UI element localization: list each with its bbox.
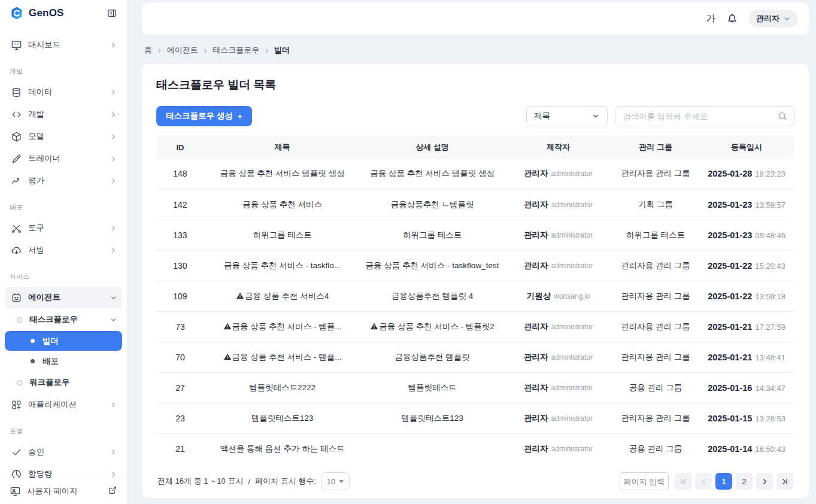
search-icon[interactable] [777, 111, 788, 122]
first-page-button[interactable] [675, 473, 691, 490]
title-text: 금융 상품 추천 서비스4 [245, 292, 329, 300]
sidebar-item-deploy[interactable]: 배포 [5, 351, 122, 371]
registered-time: 14:34:47 [755, 384, 785, 393]
create-button-label: 태스크플로우 생성 [166, 111, 233, 122]
sidebar-item-trainer[interactable]: 트레이너 [5, 148, 122, 169]
table-row[interactable]: 27템플릿테스트2222템플릿테스트관리자administrator공용 관리 … [156, 372, 794, 403]
chevron-right-icon [109, 470, 117, 478]
sidebar-item-quota[interactable]: 할당량 [5, 463, 122, 478]
table-row[interactable]: 142금융 상품 추천 서비스금융상품추천 ㄴ템플릿관리자administrat… [156, 189, 794, 220]
title-text: 금융 상품 추천 서비스 [242, 200, 322, 209]
sidebar-item-agent[interactable]: 에이전트 [5, 287, 122, 308]
table-row[interactable]: 148금융 상품 추천 서비스 템플릿 생성금융 상품 추천 서비스 템플릿 생… [156, 159, 794, 189]
creator-name: 관리자 [524, 169, 548, 178]
sidebar-group-label: 개발 [0, 56, 127, 81]
title-text: 금융 상품 추천 서비스 - 템플... [232, 322, 342, 331]
breadcrumb-item[interactable]: 에이전트 [167, 45, 198, 56]
warning-icon [223, 353, 232, 361]
registered-date: 2025-01-22 [708, 261, 752, 271]
bullet-dot-icon [31, 339, 35, 343]
breadcrumb-item[interactable]: 빌더 [274, 45, 290, 56]
cell-description: 금융 상품 추천 서비스 - taskflow_test [360, 250, 504, 281]
table-row[interactable]: 73금융 상품 추천 서비스 - 템플...금융 상품 추천 서비스 - 템플릿… [156, 311, 794, 342]
sidebar-item-label: 애플리케이션 [28, 399, 109, 410]
chevron-right-icon [109, 224, 117, 232]
table-row[interactable]: 109금융 상품 추천 서비스4금융상품추천 템플릿 4기원상wonsang.k… [156, 281, 794, 311]
description-text: 금융상품추천 템플릿 4 [392, 292, 474, 300]
creator-name: 관리자 [524, 322, 548, 331]
sidebar-item-approval[interactable]: 승인 [5, 441, 122, 463]
creator-name: 관리자 [524, 200, 548, 209]
registered-date: 2025-01-28 [708, 169, 752, 178]
sidebar-item-model[interactable]: 모델 [5, 126, 122, 147]
page-number-button[interactable]: 2 [736, 473, 753, 490]
creator-id: administrator [551, 262, 593, 270]
table-header-row: ID제목상세 설명제작자관리 그룹등록일시 [156, 136, 794, 159]
chart-icon [11, 175, 22, 187]
search-input[interactable] [623, 112, 777, 121]
breadcrumb-item[interactable]: 태스크플로우 [213, 45, 259, 56]
bullet-dot-icon [31, 359, 35, 363]
sidebar-item-serving[interactable]: 서빙 [5, 239, 122, 261]
sidebar-item-workflow[interactable]: 워크플로우 [5, 372, 122, 393]
table-row[interactable]: 130금융 상품 추천 서비스 - taskflo...금융 상품 추천 서비스… [156, 250, 794, 281]
sidebar-item-develop[interactable]: 개발 [5, 104, 122, 125]
sidebar-item-user-page[interactable]: 사용자 페이지 [0, 478, 127, 504]
creator-name: 관리자 [524, 414, 548, 423]
creator-id: administrator [551, 445, 593, 453]
registered-date: 2025-01-23 [708, 230, 752, 240]
sidebar-item-dashboard[interactable]: 대시보드 [5, 34, 122, 56]
creator-name: 관리자 [524, 383, 548, 392]
apps-icon [11, 399, 22, 411]
creator-name: 관리자 [524, 230, 548, 239]
title-text: 하위그룹 테스트 [253, 230, 311, 239]
cell-description: 하위그룹 테스트 [360, 220, 504, 250]
last-page-button[interactable] [776, 473, 793, 490]
table-row[interactable]: 21액션을 통해 옵션 추가 하는 테스트관리자administrator공용 … [156, 433, 794, 464]
title-text: 템플릿테스트123 [251, 414, 314, 423]
cell-creator: 관리자administrator [504, 159, 612, 189]
cell-id: 130 [156, 250, 204, 281]
cell-id: 109 [156, 281, 204, 311]
table-row[interactable]: 70금융 상품 추천 서비스 - 템플...금융상품추천 템플릿관리자admin… [156, 342, 794, 372]
list-toolbar: 태스크플로우 생성 + 제목 [156, 106, 794, 126]
sidebar-item-data[interactable]: 데이터 [5, 81, 122, 103]
cell-id: 70 [156, 342, 204, 372]
check-icon [11, 447, 22, 458]
cell-registered-at: 2025-01-2818:23:23 [699, 159, 794, 189]
warning-icon [236, 292, 244, 300]
column-header: 제작자 [504, 136, 612, 159]
notifications-bell-icon[interactable] [725, 11, 739, 26]
creator-id: wonsang.ki [554, 292, 590, 300]
cell-group: 공용 관리 그룹 [612, 372, 699, 403]
previous-page-button[interactable] [695, 473, 712, 490]
rows-per-page-select[interactable]: 10 [321, 472, 350, 490]
table-row[interactable]: 23템플릿테스트123템플릿테스트123관리자administrator관리자용… [156, 403, 794, 433]
sidebar-item-builder[interactable]: 빌더 [5, 331, 122, 351]
registered-time: 09:48:46 [755, 231, 785, 240]
quota-icon [11, 469, 22, 478]
breadcrumb-item[interactable]: 홈 [144, 45, 152, 56]
sidebar-item-taskflow[interactable]: 태스크플로우 [5, 309, 122, 330]
sidebar-item-label: 빌더 [43, 336, 117, 347]
list-footer: 전체 16개 중 1 ~ 10 표시 / 페이지 표시 행수: 10 12 [156, 464, 794, 495]
page-jump-input[interactable] [620, 472, 669, 490]
chevron-right-icon [109, 177, 117, 185]
sidebar-item-tools[interactable]: 도구 [5, 217, 122, 239]
sidebar-item-evaluation[interactable]: 평가 [5, 170, 122, 192]
monitor-icon [11, 40, 22, 51]
chevron-right-icon [109, 41, 117, 49]
next-page-button[interactable] [756, 473, 773, 490]
footer-left: 전체 16개 중 1 ~ 10 표시 / 페이지 표시 행수: 10 [157, 472, 350, 490]
sidebar-item-application[interactable]: 애플리케이션 [5, 394, 122, 415]
plus-icon: + [238, 112, 242, 121]
search-field-select[interactable]: 제목 [526, 106, 608, 126]
create-taskflow-button[interactable]: 태스크플로우 생성 + [156, 106, 252, 126]
sidebar-item-label: 할당량 [28, 469, 109, 478]
page-number-button[interactable]: 1 [715, 473, 732, 490]
breadcrumb-separator-icon: › [158, 45, 161, 55]
font-size-button[interactable]: 가 [706, 13, 715, 25]
table-row[interactable]: 133하위그룹 테스트하위그룹 테스트관리자administrator하위그룹 … [156, 220, 794, 250]
sidebar-collapse-icon[interactable] [105, 7, 119, 20]
user-menu-button[interactable]: 관리자 [749, 10, 798, 28]
